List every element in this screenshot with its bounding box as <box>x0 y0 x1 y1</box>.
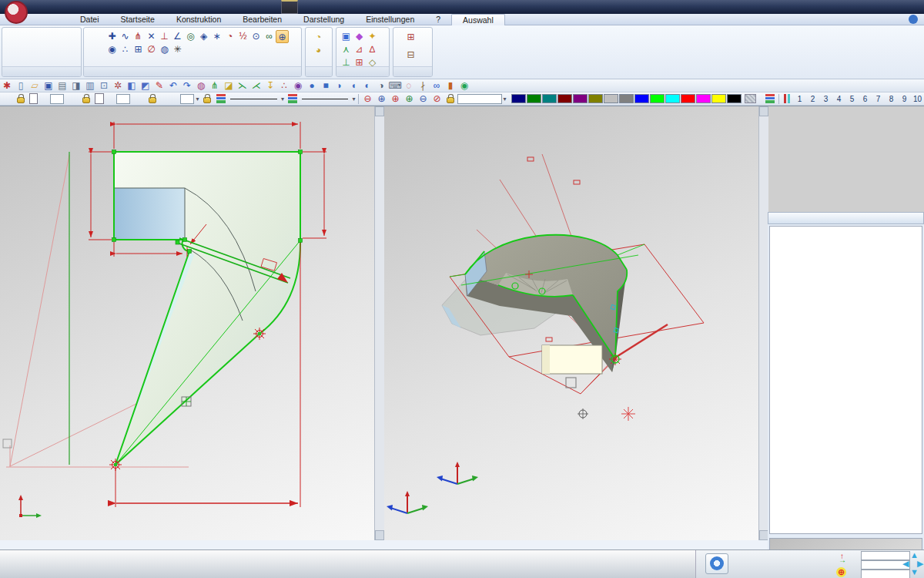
layer-number-1[interactable]: 1 <box>793 95 806 103</box>
palette-swatch-808080[interactable] <box>619 94 634 103</box>
layer-number-3[interactable]: 3 <box>819 95 832 103</box>
linewidth-preview[interactable] <box>230 99 277 99</box>
point-axis-icon[interactable]: ∴ <box>277 79 291 92</box>
cylinder-icon[interactable]: ◖ <box>346 79 360 92</box>
layer-colors-icon[interactable] <box>765 94 775 103</box>
redo-icon[interactable]: ↷ <box>180 79 194 92</box>
print-icon[interactable]: ▤ <box>55 79 69 92</box>
print-preview-icon[interactable]: ◨ <box>69 79 83 92</box>
color-wheel-icon[interactable]: ◉ <box>457 79 471 92</box>
zoom-redraw-icon[interactable]: ⊘ <box>430 92 444 105</box>
workplane-view-icon[interactable]: ▣ <box>340 30 353 43</box>
palette-swatch-800000[interactable] <box>557 94 572 103</box>
snap-reference-icon[interactable]: ◎ <box>184 30 197 43</box>
layer-doc-icon[interactable] <box>29 93 38 104</box>
sphere-icon[interactable]: ● <box>305 79 319 92</box>
palette-swatch-00ff00[interactable] <box>650 94 665 103</box>
export-icon[interactable]: ▥ <box>83 79 97 92</box>
linetype-preview[interactable] <box>302 99 349 99</box>
palette-swatch-008080[interactable] <box>542 94 557 103</box>
snap-grid-icon[interactable] <box>87 51 100 64</box>
redo-arrow-icon[interactable] <box>22 52 35 65</box>
menu-konstruktion[interactable]: Konstruktion <box>166 14 232 25</box>
snap-circle-icon[interactable]: ⊙ <box>249 30 263 43</box>
zoom-out-icon[interactable]: ⊖ <box>360 92 374 105</box>
linewidth-icon[interactable] <box>216 94 226 103</box>
view-top-icon[interactable]: ◩ <box>139 79 152 92</box>
grid-view-icon[interactable]: ◍ <box>194 79 208 92</box>
solid-subtract-icon[interactable]: ⊟ <box>404 49 417 62</box>
pen-select[interactable] <box>180 94 194 104</box>
zoom-in-icon[interactable]: ⊕ <box>402 92 416 105</box>
axis-pair2-icon[interactable]: ⋌ <box>249 79 263 92</box>
snap-curve-icon[interactable]: ∿ <box>119 30 132 43</box>
snap-tangent-icon[interactable]: ◔ <box>223 30 236 43</box>
multi-copy-icon[interactable]: ◔ <box>312 31 325 44</box>
palette-swatch-ff0000[interactable] <box>681 94 695 103</box>
save-icon[interactable]: ▣ <box>42 79 55 92</box>
disc-icon[interactable]: ◗ <box>333 79 346 92</box>
layer-number-4[interactable]: 4 <box>832 95 845 103</box>
mode-icon[interactable]: ✱ <box>0 79 14 92</box>
snap-intersection-icon[interactable]: ✕ <box>145 30 158 43</box>
workplane-cube-icon[interactable]: ◪ <box>222 79 236 92</box>
palette-swatch-ff00ff[interactable] <box>696 94 711 103</box>
zoom-window-icon[interactable]: ⊕ <box>374 92 388 105</box>
snap-center-icon[interactable]: ◈ <box>197 30 210 43</box>
snap-diameter-icon[interactable]: ∅ <box>145 43 158 56</box>
pick-box-3d[interactable] <box>566 378 576 388</box>
layer-flag-icon[interactable] <box>784 94 790 103</box>
layer-select[interactable] <box>50 94 64 104</box>
pan-mode-button[interactable] <box>705 553 728 574</box>
viewport-2d-canvas[interactable] <box>0 106 374 540</box>
crosshair-icon[interactable] <box>0 92 14 105</box>
undo-arrow-icon[interactable] <box>22 32 35 45</box>
lock-linewidth-icon[interactable] <box>203 97 211 103</box>
snap-half-icon[interactable]: ½ <box>236 30 249 43</box>
viewport-2d[interactable] <box>0 106 374 540</box>
palette-swatch-ffff00[interactable] <box>711 94 726 103</box>
wireframe-icon[interactable]: ◑ <box>374 79 388 92</box>
color-caret-icon[interactable]: ▾ <box>502 96 508 102</box>
palette-swatch-008000[interactable] <box>527 94 541 103</box>
lock-group-icon[interactable] <box>82 97 90 103</box>
scroll-up-icon[interactable] <box>759 106 768 116</box>
linewidth-caret-icon[interactable]: ▾ <box>280 96 286 102</box>
snap-segment-icon[interactable]: ∴ <box>119 43 132 56</box>
layer-number-5[interactable]: 5 <box>845 95 859 103</box>
palette-swatch-0000ff[interactable] <box>634 94 649 103</box>
inkr-button[interactable] <box>50 48 57 60</box>
layer-number-10[interactable]: 10 <box>911 95 924 103</box>
shade-icon[interactable]: ◐ <box>360 79 374 92</box>
palette-swatch-c0c0c0[interactable] <box>604 94 618 103</box>
binocular-icon[interactable]: ∞ <box>430 79 444 92</box>
layer-number-8[interactable]: 8 <box>885 95 898 103</box>
snap-point-icon[interactable]: ✚ <box>105 30 119 43</box>
snap-perpendicular-icon[interactable]: ⊥ <box>158 30 171 43</box>
pen-icon[interactable] <box>159 92 173 105</box>
snap-element-icon[interactable]: ◍ <box>158 43 171 56</box>
hatch-pattern-icon[interactable] <box>745 94 757 103</box>
lock-layer-icon[interactable] <box>17 97 25 103</box>
workplane-up-icon[interactable]: ✦ <box>366 30 379 43</box>
copy-image-icon[interactable]: ⊡ <box>97 79 111 92</box>
branch-icon[interactable]: ∤ <box>416 79 430 92</box>
axis-pair-icon[interactable]: ⋋ <box>236 79 249 92</box>
lock-pen-icon[interactable] <box>149 97 156 103</box>
menu-startseite[interactable]: Startseite <box>110 14 166 25</box>
keyboard-icon[interactable]: ⌨ <box>388 79 402 92</box>
pan-arrow-pad[interactable]: ▲ ◀ ▶ ▼ <box>902 552 924 577</box>
snap-add-icon[interactable] <box>87 32 100 45</box>
viewport-3d[interactable] <box>384 106 758 540</box>
layer-number-6[interactable]: 6 <box>859 95 872 103</box>
back-button[interactable] <box>5 52 35 65</box>
start-button[interactable] <box>5 32 35 45</box>
linetype-icon[interactable] <box>288 94 297 103</box>
eraser-icon[interactable]: ✎ <box>152 79 166 92</box>
workplane-axis-icon[interactable]: ⋏ <box>340 43 353 56</box>
solid-add-icon[interactable]: ⊞ <box>404 31 417 44</box>
workplane-align-icon[interactable]: ∆ <box>366 43 379 56</box>
layer-number-7[interactable]: 7 <box>872 95 885 103</box>
menu-bearbeiten[interactable]: Bearbeiten <box>232 14 293 25</box>
layer-number-2[interactable]: 2 <box>806 95 819 103</box>
